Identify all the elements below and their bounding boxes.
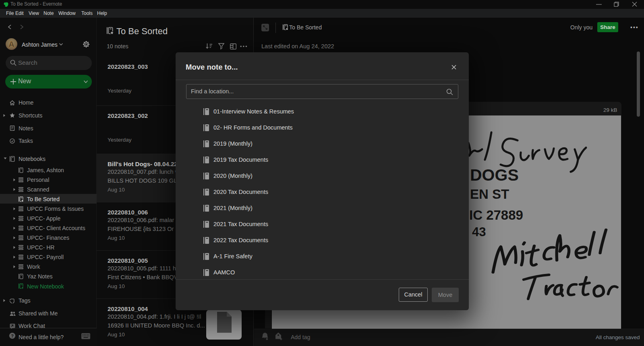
svg-text:EN ST: EN ST	[470, 187, 509, 202]
svg-text:DOGS: DOGS	[470, 166, 519, 184]
svg-text:?: ?	[11, 334, 14, 338]
svg-text:IC 27889: IC 27889	[469, 208, 523, 222]
svg-text:A: A	[8, 40, 14, 49]
svg-text:43: 43	[472, 225, 486, 239]
